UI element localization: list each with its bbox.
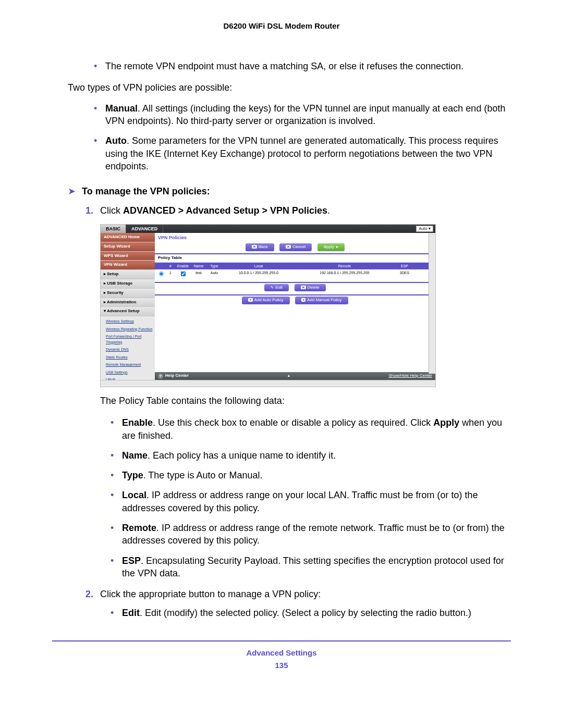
- field-enable: Enable. Use this check box to enable or …: [111, 416, 511, 442]
- sub-wireless-settings[interactable]: Wireless Settings: [106, 318, 155, 326]
- step-1: Click ADVANCED > Advanced Setup > VPN Po…: [85, 204, 511, 580]
- footer-rule: [52, 640, 511, 641]
- sidebar-advanced-setup[interactable]: ▾ Advanced Setup: [101, 307, 155, 316]
- content-title: VPN Policies: [155, 233, 435, 242]
- sub-remote-management[interactable]: Remote Management: [106, 361, 155, 369]
- field-esp: ESP. Encapsulating Security Payload. Thi…: [111, 554, 511, 580]
- step-2: Click the appropriate button to manage a…: [85, 588, 511, 620]
- policy-table-label: Policy Table: [155, 253, 435, 263]
- sidebar: ADVANCED Home Setup Wizard WPS Wizard VP…: [101, 233, 155, 380]
- sidebar-setup-wizard[interactable]: Setup Wizard: [101, 242, 155, 252]
- tab-basic[interactable]: BASIC: [101, 225, 126, 233]
- footer-section: Advanced Settings: [246, 648, 316, 657]
- sidebar-vpn-wizard[interactable]: VPN Wizard: [101, 261, 155, 270]
- back-button[interactable]: ✕Back: [246, 243, 274, 251]
- horizontal-scrollbar[interactable]: [101, 380, 435, 387]
- help-icon[interactable]: ?: [158, 374, 163, 379]
- intro-line: Two types of VPN policies are possible:: [68, 81, 511, 94]
- sub-port-forwarding[interactable]: Port Forwarding / Port Triggering: [106, 333, 155, 346]
- table-row: 1 test Auto 10.0.0.1 / 255.255.255.0 192…: [155, 269, 435, 279]
- page-number: 135: [52, 660, 511, 671]
- page-header: D6200 WiFi DSL Modem Router: [52, 21, 511, 31]
- router-ui-screenshot: BASIC ADVANCED Auto ▾ ADVANCED Home Setu…: [100, 224, 436, 387]
- row-select-radio[interactable]: [158, 272, 163, 276]
- table-header: # Enable Name Type Local Remote ESP: [155, 263, 435, 269]
- tab-advanced[interactable]: ADVANCED: [126, 225, 163, 233]
- arrow-icon: ➤: [68, 185, 79, 198]
- sub-upnp[interactable]: UPnP: [106, 376, 155, 380]
- step2-bullet-edit: Edit. Edit (modify) the selected policy.…: [111, 607, 511, 619]
- sidebar-administration[interactable]: ▸ Administration: [101, 298, 155, 307]
- auto-dropdown[interactable]: Auto ▾: [416, 226, 433, 232]
- field-remote: Remote. IP address or address range of t…: [111, 522, 511, 547]
- edit-button[interactable]: ✎Edit: [264, 284, 289, 292]
- sidebar-security[interactable]: ▸ Security: [101, 289, 155, 298]
- field-type: Type. The type is Auto or Manual.: [111, 469, 511, 482]
- intro-bullet: The remote VPN endpoint must have a matc…: [94, 60, 511, 72]
- field-local: Local. IP address or address range on yo…: [111, 489, 511, 514]
- type-bullet-auto: Auto. Some parameters for the VPN tunnel…: [94, 134, 511, 172]
- sidebar-wps-wizard[interactable]: WPS Wizard: [101, 252, 155, 261]
- sub-dynamic-dns[interactable]: Dynamic DNS: [106, 346, 155, 354]
- sub-wireless-repeating[interactable]: Wireless Repeating Function: [106, 326, 155, 334]
- field-name: Name. Each policy has a unique name to i…: [111, 449, 511, 462]
- sub-static-routes[interactable]: Static Routes: [106, 354, 155, 362]
- add-auto-button[interactable]: +Add Auto Policy: [242, 297, 289, 304]
- help-toggle-link[interactable]: Show/Hide Help Center: [388, 373, 432, 379]
- apply-button[interactable]: Apply ▸: [317, 243, 345, 251]
- vertical-scrollbar[interactable]: [429, 233, 435, 374]
- procedure-heading: ➤ To manage the VPN policies:: [68, 185, 511, 198]
- cancel-button[interactable]: ✕Cancel: [279, 243, 312, 251]
- delete-button[interactable]: ✕Delete: [295, 284, 326, 292]
- add-manual-button[interactable]: +Add Manual Policy: [295, 297, 348, 304]
- help-footer: ? Help Center ▴ Show/Hide Help Center: [155, 372, 435, 380]
- type-bullet-manual: Manual. All settings (including the keys…: [94, 102, 511, 128]
- sub-usb-settings[interactable]: USB Settings: [106, 369, 155, 377]
- sidebar-advanced-home[interactable]: ADVANCED Home: [101, 233, 155, 242]
- sidebar-usb-storage[interactable]: ▸ USB Storage: [101, 279, 155, 289]
- sidebar-setup[interactable]: ▸ Setup: [101, 270, 155, 279]
- policy-table-intro: The Policy Table contains the following …: [100, 394, 511, 407]
- row-enable-checkbox[interactable]: [180, 272, 185, 276]
